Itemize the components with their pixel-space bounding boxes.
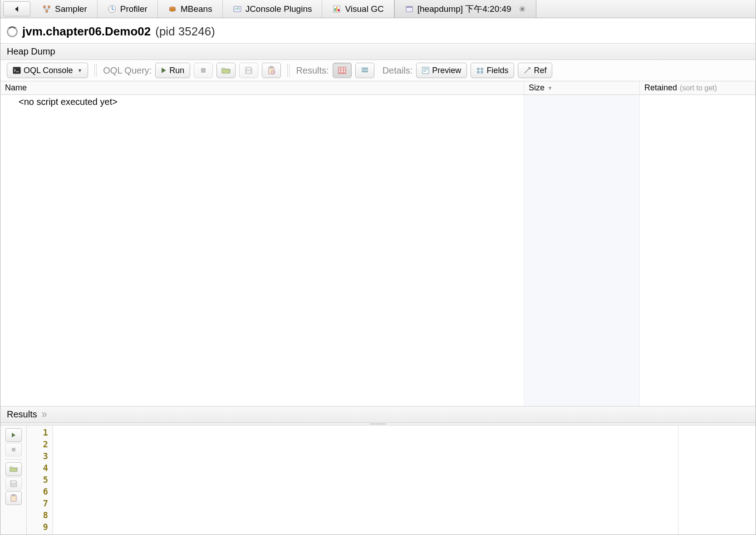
preview-label: Preview bbox=[432, 66, 461, 75]
stop-icon bbox=[201, 68, 206, 73]
column-retained-header[interactable]: Retained (sort to get) bbox=[640, 81, 756, 94]
svg-rect-16 bbox=[247, 68, 250, 69]
sort-desc-icon: ▼ bbox=[547, 85, 553, 91]
table-icon bbox=[338, 67, 346, 74]
preview-button[interactable]: Preview bbox=[416, 63, 467, 78]
details-label: Details: bbox=[383, 65, 413, 76]
svg-rect-14 bbox=[13, 67, 20, 74]
column-name-label: Name bbox=[5, 83, 27, 93]
results-list-view[interactable] bbox=[355, 63, 374, 78]
tab-label: Profiler bbox=[120, 4, 147, 14]
svg-rect-12 bbox=[406, 6, 412, 8]
references-icon bbox=[524, 67, 531, 74]
visual-gc-icon bbox=[332, 5, 341, 14]
results-placeholder: <no script executed yet> bbox=[19, 97, 118, 107]
list-icon bbox=[361, 67, 369, 74]
oql-console-dropdown[interactable]: OQL Console ▼ bbox=[7, 63, 88, 78]
stop-button[interactable] bbox=[194, 63, 213, 78]
fields-button[interactable]: Fields bbox=[471, 63, 514, 78]
play-icon bbox=[161, 67, 167, 74]
column-size-header[interactable]: Size ▼ bbox=[524, 81, 640, 94]
heap-dump-header: Heap Dump bbox=[0, 44, 756, 60]
tab-heapdump[interactable]: [heapdump] 下午4:20:49 bbox=[394, 0, 536, 18]
column-retained-label: Retained bbox=[644, 83, 677, 93]
tab-label: MBeans bbox=[181, 4, 212, 14]
lower-results-label: Results bbox=[7, 409, 37, 420]
svg-rect-17 bbox=[247, 71, 250, 73]
column-retained-hint: (sort to get) bbox=[680, 84, 717, 92]
svg-rect-8 bbox=[334, 8, 336, 11]
editor-save-button[interactable] bbox=[5, 477, 22, 490]
console-icon bbox=[13, 67, 21, 74]
run-label: Run bbox=[169, 66, 184, 75]
references-label: Ref bbox=[534, 66, 546, 75]
clipboard-icon bbox=[267, 66, 275, 75]
chevron-down-icon: ▼ bbox=[77, 68, 82, 73]
chevron-right-icon[interactable] bbox=[41, 411, 47, 418]
results-size-column bbox=[524, 95, 640, 406]
process-pid: (pid 35246) bbox=[155, 25, 215, 39]
open-button[interactable] bbox=[216, 63, 236, 78]
results-name-column: <no script executed yet> bbox=[0, 95, 524, 406]
tab-visual-gc[interactable]: Visual GC bbox=[322, 0, 394, 18]
toolbar-separator bbox=[94, 64, 97, 77]
jconsole-icon bbox=[233, 5, 242, 14]
svg-rect-19 bbox=[270, 66, 273, 68]
toolbar-separator bbox=[287, 64, 290, 77]
editor-separator bbox=[5, 459, 22, 460]
svg-point-5 bbox=[169, 9, 176, 11]
run-button[interactable]: Run bbox=[155, 63, 190, 78]
editor-right-pane bbox=[678, 426, 756, 535]
preview-icon bbox=[422, 67, 429, 74]
results-label: Results: bbox=[296, 65, 329, 76]
tab-label: [heapdump] 下午4:20:49 bbox=[417, 3, 511, 15]
editor-open-button[interactable] bbox=[5, 462, 22, 476]
loading-spinner-icon bbox=[7, 26, 18, 37]
tab-label: Sampler bbox=[55, 4, 87, 14]
svg-rect-9 bbox=[336, 7, 338, 11]
svg-rect-24 bbox=[12, 481, 15, 483]
results-retained-column bbox=[640, 95, 756, 406]
mbeans-icon bbox=[168, 5, 177, 14]
folder-open-icon bbox=[221, 67, 231, 74]
fields-icon bbox=[476, 67, 484, 74]
editor-run-button[interactable] bbox=[5, 428, 22, 442]
line-number-gutter: 123456789 bbox=[27, 426, 53, 535]
profiler-icon bbox=[108, 5, 117, 14]
fields-label: Fields bbox=[486, 66, 508, 75]
oql-console-label: OQL Console bbox=[24, 66, 73, 75]
tab-label: JConsole Plugins bbox=[245, 4, 312, 14]
references-button[interactable]: Ref bbox=[518, 63, 552, 78]
svg-rect-2 bbox=[46, 10, 48, 12]
tab-label: Visual GC bbox=[345, 4, 383, 14]
results-table-view[interactable] bbox=[333, 63, 352, 78]
svg-rect-23 bbox=[12, 448, 15, 451]
close-icon[interactable] bbox=[519, 5, 526, 13]
tab-jconsole-plugins[interactable]: JConsole Plugins bbox=[223, 0, 323, 18]
sampler-icon bbox=[42, 5, 51, 14]
heapdump-icon bbox=[405, 5, 414, 14]
clipboard-button[interactable] bbox=[262, 63, 281, 78]
svg-rect-26 bbox=[12, 494, 15, 496]
column-size-label: Size bbox=[529, 83, 545, 93]
tab-profiler[interactable]: Profiler bbox=[98, 0, 158, 18]
editor-stop-button[interactable] bbox=[5, 443, 22, 456]
svg-rect-22 bbox=[422, 67, 429, 74]
tab-sampler[interactable]: Sampler bbox=[32, 0, 98, 18]
oql-editor[interactable] bbox=[53, 426, 678, 535]
save-icon bbox=[245, 66, 253, 74]
svg-rect-1 bbox=[48, 6, 50, 8]
oql-query-label: OQL Query: bbox=[103, 65, 152, 76]
back-button[interactable] bbox=[3, 1, 30, 16]
editor-clipboard-button[interactable] bbox=[5, 491, 22, 505]
svg-rect-15 bbox=[201, 68, 206, 73]
save-button[interactable] bbox=[239, 63, 258, 78]
column-name-header[interactable]: Name bbox=[0, 81, 524, 94]
svg-rect-0 bbox=[44, 6, 45, 8]
tab-mbeans[interactable]: MBeans bbox=[158, 0, 223, 18]
process-title: jvm.chapter06.Demo02 bbox=[22, 25, 151, 39]
svg-rect-10 bbox=[338, 9, 339, 11]
